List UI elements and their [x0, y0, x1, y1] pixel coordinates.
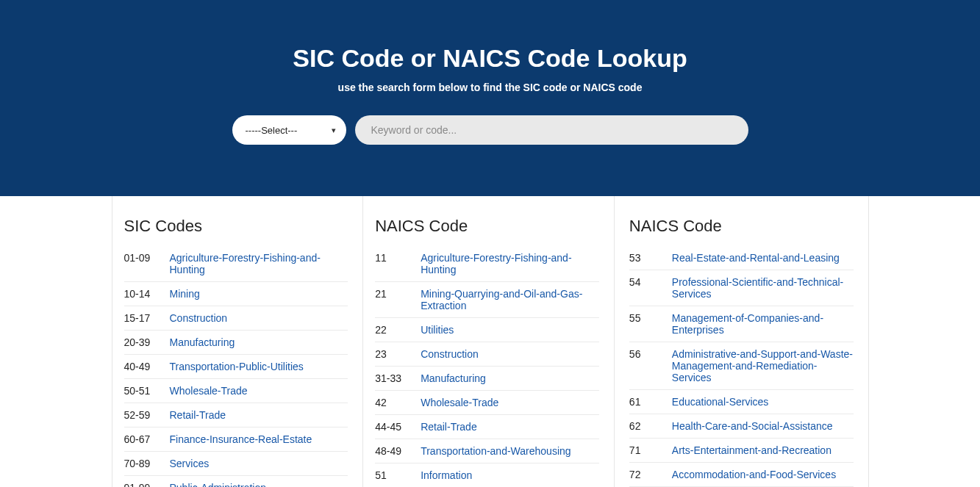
- code-cell: 20-39: [124, 336, 170, 348]
- table-row: 01-09Agriculture-Forestry-Fishing-and-Hu…: [124, 246, 348, 282]
- table-row: 62Health-Care-and-Social-Assistance: [629, 414, 854, 439]
- code-link[interactable]: Retail-Trade: [170, 409, 226, 421]
- code-cell: 55: [629, 312, 672, 324]
- code-link[interactable]: Administrative-and-Support-and-Waste-Man…: [672, 348, 854, 383]
- code-link[interactable]: Management-of-Companies-and-Enterprises: [672, 312, 854, 336]
- table-row: 23Construction: [375, 342, 599, 367]
- code-link[interactable]: Transportation-Public-Utilities: [170, 361, 304, 372]
- hero-section: SIC Code or NAICS Code Lookup use the se…: [0, 0, 980, 196]
- code-link[interactable]: Public-Administration: [170, 482, 267, 487]
- table-row: 55Management-of-Companies-and-Enterprise…: [629, 306, 854, 342]
- sic-codes-column: SIC Codes 01-09Agriculture-Forestry-Fish…: [112, 196, 363, 487]
- search-row: -----Select---: [15, 115, 965, 145]
- table-row: 48-49Transportation-and-Warehousing: [375, 439, 599, 463]
- table-row: 53Real-Estate-and-Rental-and-Leasing: [629, 246, 854, 270]
- code-cell: 15-17: [124, 312, 170, 324]
- table-row: 40-49Transportation-Public-Utilities: [124, 355, 348, 379]
- code-link[interactable]: Arts-Entertainment-and-Recreation: [672, 444, 831, 456]
- code-link[interactable]: Manufacturing: [421, 372, 486, 384]
- code-link[interactable]: Wholesale-Trade: [170, 385, 248, 397]
- sic-codes-heading: SIC Codes: [124, 217, 348, 236]
- table-row: 21Mining-Quarrying-and-Oil-and-Gas-Extra…: [375, 282, 599, 318]
- code-cell: 51: [375, 469, 421, 481]
- code-cell: 21: [375, 288, 421, 300]
- page-title: SIC Code or NAICS Code Lookup: [15, 44, 965, 73]
- code-cell: 31-33: [375, 372, 421, 384]
- code-cell: 11: [375, 252, 421, 264]
- table-row: 72Accommodation-and-Food-Services: [629, 463, 854, 487]
- code-cell: 62: [629, 420, 672, 432]
- code-cell: 72: [629, 469, 672, 480]
- code-link[interactable]: Finance-Insurance-Real-Estate: [170, 433, 312, 445]
- naics-codes-list-1: 11Agriculture-Forestry-Fishing-and-Hunti…: [375, 246, 599, 487]
- code-cell: 40-49: [124, 361, 170, 372]
- code-cell: 91-99: [124, 482, 170, 487]
- code-link[interactable]: Accommodation-and-Food-Services: [672, 469, 836, 480]
- code-link[interactable]: Health-Care-and-Social-Assistance: [672, 420, 833, 432]
- code-link[interactable]: Retail-Trade: [421, 421, 477, 433]
- naics-codes-list-2: 53Real-Estate-and-Rental-and-Leasing54Pr…: [629, 246, 854, 487]
- code-cell: 52-59: [124, 409, 170, 421]
- page-subtitle: use the search form below to find the SI…: [15, 82, 965, 93]
- search-input[interactable]: [355, 115, 748, 145]
- table-row: 56Administrative-and-Support-and-Waste-M…: [629, 342, 854, 390]
- code-link[interactable]: Real-Estate-and-Rental-and-Leasing: [672, 252, 840, 264]
- table-row: 11Agriculture-Forestry-Fishing-and-Hunti…: [375, 246, 599, 282]
- code-cell: 23: [375, 348, 421, 360]
- table-row: 31-33Manufacturing: [375, 367, 599, 391]
- code-link[interactable]: Construction: [421, 348, 479, 360]
- code-cell: 53: [629, 252, 672, 264]
- code-link[interactable]: Mining-Quarrying-and-Oil-and-Gas-Extract…: [421, 288, 599, 311]
- code-link[interactable]: Mining: [170, 288, 200, 300]
- code-link[interactable]: Wholesale-Trade: [421, 397, 498, 408]
- table-row: 70-89Services: [124, 452, 348, 476]
- code-link[interactable]: Agriculture-Forestry-Fishing-and-Hunting: [421, 252, 599, 275]
- table-row: 20-39Manufacturing: [124, 331, 348, 355]
- code-cell: 61: [629, 396, 672, 408]
- code-link[interactable]: Information: [421, 469, 472, 481]
- code-cell: 56: [629, 348, 672, 360]
- table-row: 60-67Finance-Insurance-Real-Estate: [124, 428, 348, 452]
- table-row: 61Educational-Services: [629, 390, 854, 414]
- code-link[interactable]: Professional-Scientific-and-Technical-Se…: [672, 276, 854, 300]
- code-link[interactable]: Agriculture-Forestry-Fishing-and-Hunting: [170, 252, 348, 275]
- table-row: 10-14Mining: [124, 282, 348, 306]
- code-cell: 71: [629, 444, 672, 456]
- code-columns: SIC Codes 01-09Agriculture-Forestry-Fish…: [112, 196, 869, 487]
- table-row: 22Utilities: [375, 318, 599, 342]
- table-row: 42Wholesale-Trade: [375, 391, 599, 415]
- code-type-select[interactable]: -----Select---: [246, 125, 333, 136]
- code-cell: 44-45: [375, 421, 421, 433]
- code-type-select-wrap: -----Select---: [232, 115, 346, 145]
- code-link[interactable]: Utilities: [421, 324, 454, 336]
- table-row: 44-45Retail-Trade: [375, 415, 599, 439]
- code-link[interactable]: Manufacturing: [170, 336, 235, 348]
- code-link[interactable]: Construction: [170, 312, 228, 324]
- code-cell: 10-14: [124, 288, 170, 300]
- naics-codes-column-2: NAICS Code 53Real-Estate-and-Rental-and-…: [614, 196, 868, 487]
- code-cell: 42: [375, 397, 421, 408]
- table-row: 51Information: [375, 463, 599, 487]
- code-cell: 48-49: [375, 445, 421, 457]
- code-link[interactable]: Services: [170, 458, 210, 469]
- naics-codes-heading-1: NAICS Code: [375, 217, 599, 236]
- naics-codes-column-1: NAICS Code 11Agriculture-Forestry-Fishin…: [362, 196, 614, 487]
- code-cell: 50-51: [124, 385, 170, 397]
- code-cell: 54: [629, 276, 672, 288]
- table-row: 71Arts-Entertainment-and-Recreation: [629, 439, 854, 463]
- code-cell: 60-67: [124, 433, 170, 445]
- code-link[interactable]: Educational-Services: [672, 396, 769, 408]
- table-row: 54Professional-Scientific-and-Technical-…: [629, 270, 854, 306]
- naics-codes-heading-2: NAICS Code: [629, 217, 854, 236]
- code-cell: 70-89: [124, 458, 170, 469]
- code-link[interactable]: Transportation-and-Warehousing: [421, 445, 571, 457]
- code-cell: 01-09: [124, 252, 170, 264]
- table-row: 52-59Retail-Trade: [124, 403, 348, 428]
- table-row: 91-99Public-Administration: [124, 476, 348, 487]
- table-row: 50-51Wholesale-Trade: [124, 379, 348, 403]
- code-cell: 22: [375, 324, 421, 336]
- table-row: 15-17Construction: [124, 306, 348, 331]
- sic-codes-list: 01-09Agriculture-Forestry-Fishing-and-Hu…: [124, 246, 348, 487]
